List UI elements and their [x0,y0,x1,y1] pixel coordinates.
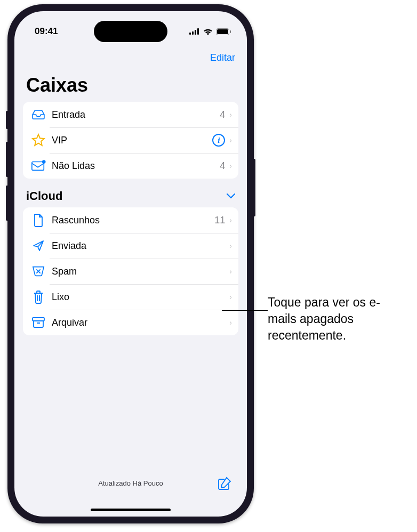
status-icons [189,28,231,35]
home-indicator [91,509,171,511]
spam-icon [30,265,46,277]
row-trailing: › [229,293,232,301]
svg-rect-1 [192,31,194,35]
chevron-right-icon: › [229,241,232,250]
mailbox-label: Não Lidas [52,160,220,172]
mailbox-label: Lixo [52,292,229,303]
mailbox-row-spam[interactable]: Spam › [23,259,238,284]
content: Caixas Entrada 4 › VIP [14,74,247,517]
mailbox-label: Rascunhos [52,215,214,226]
svg-point-8 [42,160,46,164]
callout-line [222,310,268,311]
dynamic-island [94,21,167,42]
row-trailing: i › [212,134,232,147]
mailbox-row-unread[interactable]: Não Lidas 4 › [23,153,238,179]
count-badge: 4 [220,109,225,120]
compose-icon [217,476,232,491]
chevron-right-icon: › [229,318,232,327]
mailbox-row-sent[interactable]: Enviada › [23,233,238,259]
row-trailing: › [229,318,232,327]
chevron-right-icon: › [229,162,232,170]
row-trailing: › [229,241,232,250]
side-button-silent [6,111,9,129]
chevron-right-icon: › [229,216,232,224]
document-icon [30,213,46,227]
count-badge: 11 [214,215,225,226]
edit-button[interactable]: Editar [210,52,235,63]
chevron-down-icon [227,191,235,201]
side-button-vol-up [6,142,9,177]
unread-icon [30,160,46,172]
mailbox-row-drafts[interactable]: Rascunhos 11 › [23,207,238,233]
mailbox-row-vip[interactable]: VIP i › [23,127,238,153]
callout-text: Toque para ver os e-mails apagados recen… [268,294,406,344]
star-icon [30,133,46,147]
section-header-icloud[interactable]: iCloud [23,179,238,207]
svg-rect-0 [189,33,191,35]
chevron-right-icon: › [229,293,232,301]
icloud-mailboxes-group: Rascunhos 11 › Enviada › [23,207,238,335]
svg-rect-6 [230,30,231,33]
section-title: iCloud [26,189,62,203]
svg-rect-2 [195,30,196,35]
mailbox-row-inbox[interactable]: Entrada 4 › [23,102,238,127]
trash-icon [30,290,46,304]
side-button-vol-down [6,186,9,221]
svg-rect-7 [32,162,44,171]
paperplane-icon [30,239,46,252]
svg-rect-5 [217,29,228,34]
row-trailing: › [229,267,232,276]
mailbox-label: Enviada [52,240,229,252]
mailbox-label: Arquivar [52,317,229,328]
inbox-icon [30,109,46,120]
mailbox-label: Spam [52,266,229,277]
page-title: Caixas [23,74,238,96]
battery-icon [216,28,231,35]
chevron-right-icon: › [229,136,232,144]
row-trailing: 4 › [220,160,232,172]
mailbox-row-trash[interactable]: Lixo › [23,284,238,310]
svg-rect-9 [33,318,44,321]
count-badge: 4 [220,160,225,172]
status-time: 09:41 [35,26,58,37]
wifi-icon [203,28,213,35]
chevron-right-icon: › [229,110,232,119]
mailbox-row-archive[interactable]: Arquivar › [23,310,238,335]
row-trailing: 4 › [220,109,232,120]
side-button-power [252,159,255,216]
cellular-icon [189,28,200,35]
chevron-right-icon: › [229,267,232,276]
mailbox-label: Entrada [52,109,220,120]
archive-icon [30,317,46,328]
nav-bar: Editar [14,44,247,71]
top-mailboxes-group: Entrada 4 › VIP i › [23,102,238,179]
compose-button[interactable] [217,476,232,493]
sync-status: Atualizado Há Pouco [98,479,163,487]
phone-frame: 09:41 Editar Caixas Entrada 4 [7,4,254,523]
mailbox-label: VIP [52,135,212,146]
info-icon[interactable]: i [212,134,225,147]
screen: 09:41 Editar Caixas Entrada 4 [14,11,247,517]
row-trailing: 11 › [214,215,232,226]
svg-rect-3 [197,28,199,35]
